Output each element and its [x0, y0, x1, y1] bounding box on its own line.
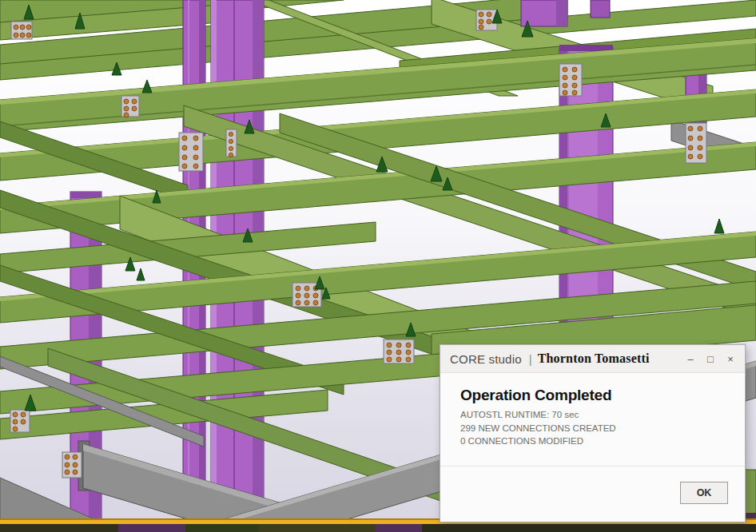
bolted-connection-plate	[10, 410, 30, 432]
bolted-connection-plate	[179, 133, 203, 171]
bolted-connection-plate	[121, 96, 139, 117]
bolted-connection-plate	[559, 64, 582, 96]
purple-column-shade	[556, 0, 567, 26]
status-line-modified: 0 CONNECTIONS MODIFIED	[460, 435, 726, 448]
purple-column-cap	[559, 45, 613, 51]
ok-button[interactable]: OK	[680, 482, 728, 504]
operation-completed-dialog: CORE studio | Thornton Tomasetti – □ × O…	[440, 344, 746, 522]
bolted-connection-plate	[62, 452, 82, 478]
window-controls: – □ ×	[684, 352, 737, 365]
company-name: Thornton Tomasetti	[538, 351, 650, 366]
bolted-connection-plate	[226, 129, 237, 157]
dialog-titlebar[interactable]: CORE studio | Thornton Tomasetti – □ ×	[440, 345, 745, 373]
title-separator: |	[529, 352, 532, 366]
bolted-connection-plate	[11, 22, 32, 39]
status-line-created: 299 NEW CONNECTIONS CREATED	[460, 422, 726, 435]
dialog-divider	[440, 466, 745, 466]
close-icon[interactable]: ×	[724, 352, 737, 365]
purple-column	[591, 0, 610, 18]
dialog-body: Operation Completed AUTOSTL RUNTIME: 70 …	[440, 373, 745, 522]
bolted-connection-plate	[384, 339, 414, 363]
dialog-heading: Operation Completed	[460, 387, 726, 404]
purple-column-cap	[70, 192, 101, 198]
brand-name: CORE studio	[450, 352, 522, 366]
maximize-icon[interactable]: □	[704, 352, 717, 365]
app-window: CORE studio | Thornton Tomasetti – □ × O…	[0, 0, 756, 532]
status-line-runtime: AUTOSTL RUNTIME: 70 sec	[460, 408, 726, 422]
minimize-icon[interactable]: –	[684, 352, 697, 365]
bolted-connection-plate	[686, 123, 706, 163]
